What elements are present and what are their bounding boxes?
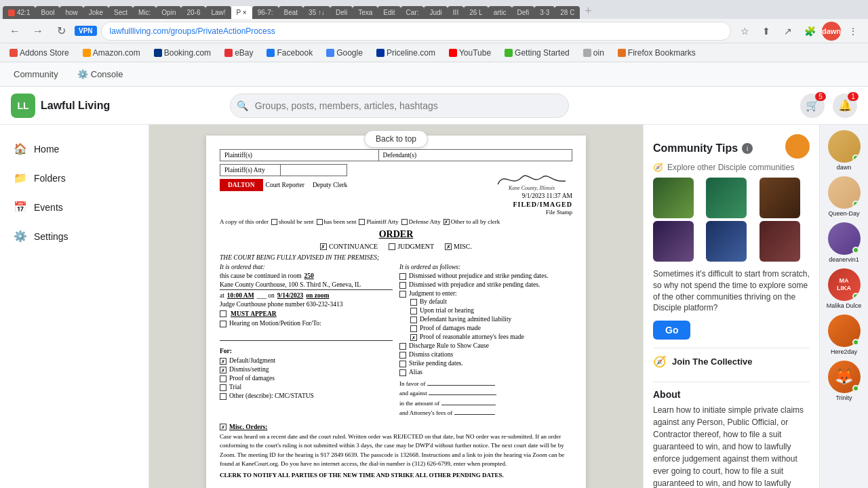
bookmark-firefox[interactable]: Firefox Bookmarks bbox=[614, 47, 700, 59]
tab-35[interactable]: 35 ↑↓ bbox=[303, 6, 330, 19]
tab-26l[interactable]: 26 L bbox=[464, 6, 488, 19]
community-thumb-4[interactable] bbox=[653, 221, 694, 262]
search-input[interactable] bbox=[230, 94, 569, 118]
tab-edit[interactable]: Edit bbox=[378, 6, 400, 19]
chat-person-dawn[interactable]: dawn bbox=[828, 130, 861, 171]
tab-opin[interactable]: Opin bbox=[156, 6, 181, 19]
notifications-icon-button[interactable]: 🔔 1 bbox=[833, 94, 857, 118]
community-thumb-1[interactable] bbox=[653, 178, 694, 218]
bookmark-amazon[interactable]: Amazon.com bbox=[79, 47, 144, 59]
tab-iii[interactable]: III bbox=[448, 6, 464, 19]
community-thumb-2[interactable] bbox=[706, 178, 747, 218]
bookmark-priceline[interactable]: Priceline.com bbox=[372, 47, 439, 59]
cart-icon-button[interactable]: 🛒 5 bbox=[800, 94, 825, 118]
search-wrapper bbox=[230, 94, 569, 118]
tab-sect[interactable]: Sect bbox=[108, 6, 133, 19]
judge-phone-line: Judge Courthouse phone number 630-232-34… bbox=[220, 301, 393, 308]
tab-artic[interactable]: artic bbox=[488, 6, 512, 19]
bookmark-getting-started[interactable]: Getting Started bbox=[500, 47, 574, 59]
orange-decoration bbox=[785, 134, 810, 159]
online-indicator-here2day bbox=[852, 339, 859, 346]
chat-person-here2day[interactable]: Here2day bbox=[828, 314, 861, 355]
tab-judi[interactable]: Judi bbox=[424, 6, 447, 19]
back-button[interactable]: ← bbox=[5, 22, 24, 41]
community-thumb-6[interactable] bbox=[760, 221, 800, 262]
tab-p-active[interactable]: P × bbox=[231, 6, 252, 19]
subnav-community[interactable]: Community bbox=[5, 66, 66, 82]
trial-label: Trial bbox=[229, 384, 241, 390]
tab-law[interactable]: Law! bbox=[205, 6, 231, 19]
bookmark-addons[interactable]: Addons Store bbox=[5, 47, 73, 59]
tab-how[interactable]: how bbox=[60, 6, 83, 19]
chat-avatar-deanervin[interactable] bbox=[828, 222, 861, 255]
tab-beat[interactable]: Beat bbox=[279, 6, 304, 19]
tab-3-3[interactable]: 3·3 bbox=[534, 6, 555, 19]
vpn-badge[interactable]: VPN bbox=[75, 26, 97, 36]
tab-mic[interactable]: Mic: bbox=[133, 6, 156, 19]
sidebar-home-label: Home bbox=[34, 144, 59, 155]
default-judgment-label: Default/Judgment bbox=[229, 357, 275, 364]
sidebar-support: Support • Privacy • Terms bbox=[5, 481, 143, 488]
bookmark-button[interactable]: ☆ bbox=[735, 22, 754, 41]
tab-deli[interactable]: Deli bbox=[330, 6, 353, 19]
ebay-favicon bbox=[224, 49, 233, 57]
back-to-top-button[interactable]: Back to top bbox=[364, 130, 428, 148]
order-type-row: ✗ CONTINUANCE JUDGMENT ✗ MISC. bbox=[220, 243, 572, 250]
refresh-button[interactable]: ↻ bbox=[52, 22, 71, 41]
join-icon: 🧭 bbox=[653, 355, 667, 368]
chat-avatar-trinity[interactable]: 🦊 bbox=[828, 361, 861, 393]
bookmark-oin[interactable]: oin bbox=[579, 47, 608, 59]
sidebar-item-settings[interactable]: ⚙️ Settings bbox=[5, 223, 143, 249]
tab-20-6[interactable]: 20-6 bbox=[181, 6, 205, 19]
explore-label: 🧭 Explore other Disciple communities bbox=[653, 163, 810, 172]
tab-car[interactable]: Car: bbox=[401, 6, 425, 19]
bookmark-youtube[interactable]: YouTube bbox=[445, 47, 495, 59]
go-button[interactable]: Go bbox=[653, 321, 690, 340]
bookmark-google[interactable]: Google bbox=[322, 47, 367, 59]
date-text: 9/1/2023 11:37 AM bbox=[491, 192, 572, 199]
notifications-badge: 1 bbox=[848, 92, 859, 101]
extensions-button[interactable]: 🧩 bbox=[800, 22, 819, 41]
chat-person-trinity[interactable]: 🦊 Trinity bbox=[828, 361, 861, 401]
chat-person-queenday[interactable]: Queen-Day bbox=[828, 176, 861, 217]
chat-panel: dawn Queen-Day deanervin1 MALIKA Mali bbox=[819, 125, 868, 488]
address-bar[interactable] bbox=[101, 22, 731, 41]
screen-capture-button[interactable]: ⬆ bbox=[757, 22, 776, 41]
bookmark-booking[interactable]: Booking.com bbox=[150, 47, 215, 59]
share-button[interactable]: ↗ bbox=[778, 22, 797, 41]
sidebar-item-events[interactable]: 📅 Events bbox=[5, 194, 143, 220]
date-filed-section: Kane County, Illinois 9/1/2023 11:37 AM … bbox=[491, 164, 572, 216]
tab-joke[interactable]: Joke bbox=[83, 6, 108, 19]
join-label[interactable]: Join The Collective bbox=[672, 357, 752, 367]
judgment-label: JUDGMENT bbox=[397, 243, 434, 250]
new-tab-button[interactable]: + bbox=[580, 3, 596, 19]
profile-button[interactable]: dawn bbox=[822, 22, 841, 41]
tab-96[interactable]: 96-7: bbox=[252, 6, 279, 19]
bookmark-ebay[interactable]: eBay bbox=[220, 47, 257, 59]
chat-avatar-queenday[interactable] bbox=[828, 176, 861, 209]
tab-bool[interactable]: Bool bbox=[35, 6, 60, 19]
sidebar-item-folders[interactable]: 📁 Folders bbox=[5, 165, 143, 191]
tab-defi[interactable]: Defi bbox=[512, 6, 535, 19]
tab-28c[interactable]: 28 C bbox=[555, 6, 580, 19]
community-thumb-3[interactable] bbox=[760, 178, 800, 218]
about-section: About Learn how to initiate simple priva… bbox=[653, 382, 810, 488]
app-title: Lawful Living bbox=[41, 100, 110, 112]
menu-button[interactable]: ⋮ bbox=[844, 22, 863, 41]
subnav-console[interactable]: ⚙️ Console bbox=[69, 66, 132, 82]
sidebar-item-home[interactable]: 🏠 Home bbox=[5, 136, 143, 162]
bookmark-facebook[interactable]: Facebook bbox=[262, 47, 317, 59]
chat-avatar-here2day[interactable] bbox=[828, 314, 861, 347]
chat-person-deanervin[interactable]: deanervin1 bbox=[828, 222, 861, 263]
chat-person-malika[interactable]: MALIKA Malika Dulce bbox=[827, 268, 862, 309]
document-area: Back to top Plaintiff(s) Defendant(s) bbox=[149, 125, 643, 488]
search-bar bbox=[230, 94, 569, 118]
sidebar-folders-label: Folders bbox=[34, 173, 66, 184]
chat-avatar-dawn[interactable] bbox=[828, 130, 861, 163]
tab-42[interactable]: 42:1 bbox=[3, 6, 35, 19]
tab-texa[interactable]: Texa bbox=[353, 6, 378, 19]
forward-button[interactable]: → bbox=[28, 22, 47, 41]
chat-avatar-malika[interactable]: MALIKA bbox=[828, 268, 861, 301]
folders-icon: 📁 bbox=[14, 171, 27, 184]
community-thumb-5[interactable] bbox=[706, 221, 747, 262]
